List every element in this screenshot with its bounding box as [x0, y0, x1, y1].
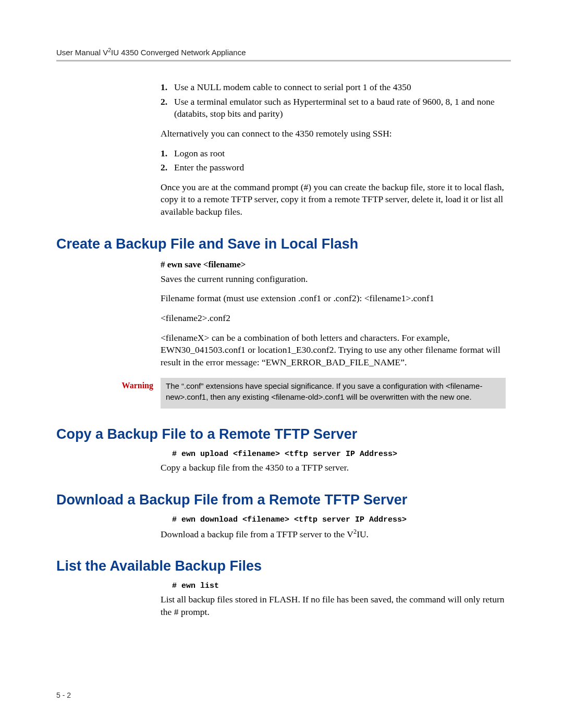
header-rule: [56, 60, 511, 61]
body-paragraph: Once you are at the command prompt (#) y…: [161, 181, 506, 218]
warning-message: The “.conf” extensions have special sign…: [161, 378, 506, 409]
section-heading-download-backup: Download a Backup File from a Remote TFT…: [56, 492, 511, 508]
section4-body: # ewn list List all backup files stored …: [161, 582, 506, 618]
command-text: # ewn upload <filename> <tftp server IP …: [172, 450, 506, 459]
body-paragraph: Filename format (must use extension .con…: [161, 292, 506, 305]
list-item: 2.Use a terminal emulator such as Hypert…: [161, 96, 506, 120]
document-page: User Manual V2IU 4350 Converged Network …: [0, 0, 563, 728]
body-paragraph: List all backup files stored in FLASH. I…: [161, 594, 506, 618]
serial-steps-list: 1.Use a NULL modem cable to connect to s…: [161, 81, 506, 120]
body-paragraph: Copy a backup file from the 4350 to a TF…: [161, 462, 506, 474]
body-paragraph: <filename2>.conf2: [161, 312, 506, 325]
body-paragraph: Alternatively you can connect to the 435…: [161, 128, 506, 140]
section-heading-copy-backup: Copy a Backup File to a Remote TFTP Serv…: [56, 426, 511, 442]
page-number: 5 - 2: [56, 691, 71, 699]
page-header: User Manual V2IU 4350 Converged Network …: [56, 47, 511, 57]
warning-container: Warning The “.conf” extensions have spec…: [108, 378, 506, 409]
intro-block: 1.Use a NULL modem cable to connect to s…: [161, 81, 506, 218]
list-item: 1.Use a NULL modem cable to connect to s…: [161, 81, 506, 94]
command-text: # ewn list: [172, 582, 506, 590]
list-item: 1.Logon as root: [161, 147, 506, 160]
section-heading-list-backup: List the Available Backup Files: [56, 558, 511, 574]
section2-body: # ewn upload <filename> <tftp server IP …: [161, 450, 506, 474]
body-paragraph: Saves the current running configuration.: [161, 273, 506, 286]
command-text: # ewn save <filename>: [161, 260, 506, 270]
list-item: 2.Enter the password: [161, 162, 506, 174]
ssh-steps-list: 1.Logon as root 2.Enter the password: [161, 147, 506, 174]
body-paragraph: <filenameX> can be a combination of both…: [161, 332, 506, 369]
command-text: # ewn download <filename> <tftp server I…: [172, 515, 506, 524]
section-heading-create-backup: Create a Backup File and Save in Local F…: [56, 236, 511, 252]
section1-body: # ewn save <filename> Saves the current …: [161, 260, 506, 369]
section3-body: # ewn download <filename> <tftp server I…: [161, 515, 506, 540]
warning-label: Warning: [108, 378, 161, 409]
body-paragraph: Download a backup file from a TFTP serve…: [161, 527, 506, 540]
